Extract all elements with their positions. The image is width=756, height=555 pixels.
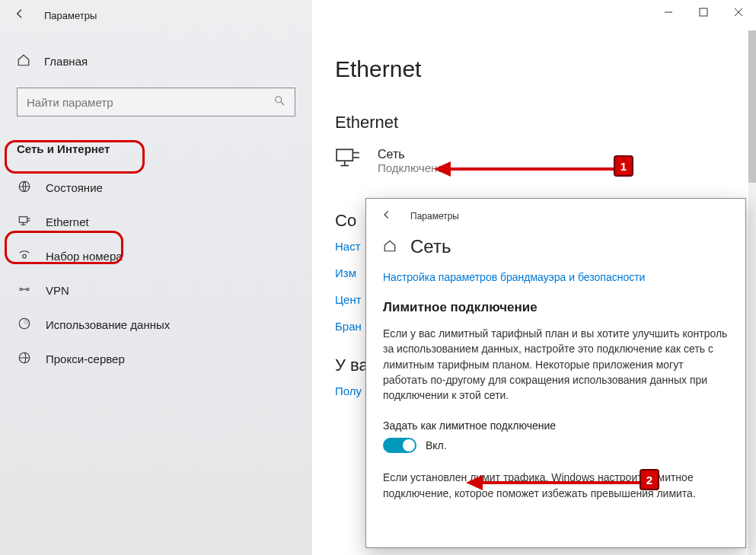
search-input[interactable] bbox=[27, 96, 260, 109]
search-icon bbox=[273, 94, 285, 110]
scrollbar-thumb[interactable] bbox=[748, 30, 756, 183]
network-name: Сеть bbox=[378, 148, 444, 161]
sidebar-item-label: Прокси-сервер bbox=[46, 352, 125, 365]
network-status: Подключено bbox=[378, 161, 444, 174]
titlebar: Параметры bbox=[0, 0, 756, 30]
sidebar-item-label: Состояние bbox=[46, 181, 103, 194]
sidebar-home-label: Главная bbox=[44, 55, 88, 68]
dialup-icon bbox=[17, 248, 32, 264]
network-item[interactable]: Сеть Подключено bbox=[335, 148, 733, 174]
sidebar-item-proxy[interactable]: Прокси-сервер bbox=[0, 342, 312, 376]
sidebar-item-label: Ethernet bbox=[46, 215, 89, 228]
svg-point-13 bbox=[20, 289, 22, 291]
popup-window-title: Параметры bbox=[410, 211, 459, 222]
search-box[interactable] bbox=[17, 88, 295, 116]
section-heading: Ethernet bbox=[335, 113, 733, 132]
svg-point-4 bbox=[276, 97, 282, 103]
sidebar-item-status[interactable]: Состояние bbox=[0, 171, 312, 205]
network-popup: Параметры Сеть Настройка параметров бран… bbox=[365, 198, 746, 548]
sidebar-item-data-usage[interactable]: Использование данных bbox=[0, 308, 312, 342]
close-button[interactable] bbox=[721, 0, 756, 24]
sidebar-item-label: Набор номера bbox=[46, 250, 123, 263]
metered-toggle-label: Задать как лимитное подключение bbox=[383, 419, 733, 432]
ethernet-icon bbox=[17, 214, 32, 230]
metered-toggle-state: Вкл. bbox=[426, 439, 447, 451]
sidebar-item-label: VPN bbox=[46, 284, 69, 297]
network-pc-icon bbox=[335, 148, 361, 172]
vpn-icon bbox=[17, 282, 32, 298]
annotation-badge-1: 1 bbox=[614, 155, 633, 177]
sidebar-item-ethernet[interactable]: Ethernet bbox=[0, 205, 312, 239]
svg-line-5 bbox=[281, 102, 284, 105]
home-icon bbox=[17, 53, 30, 69]
svg-point-12 bbox=[23, 254, 27, 258]
sidebar-nav: Состояние Ethernet Набор номера VPN Испо… bbox=[0, 171, 312, 376]
window-controls bbox=[651, 0, 756, 24]
svg-rect-1 bbox=[700, 8, 707, 16]
sidebar-item-dialup[interactable]: Набор номера bbox=[0, 239, 312, 273]
sidebar-item-vpn[interactable]: VPN bbox=[0, 273, 312, 308]
popup-home-icon[interactable] bbox=[383, 236, 397, 257]
annotation-badge-2: 2 bbox=[640, 469, 659, 490]
svg-rect-7 bbox=[19, 217, 27, 223]
popup-heading: Сеть bbox=[410, 236, 451, 257]
globe-icon bbox=[17, 180, 32, 196]
svg-point-14 bbox=[27, 289, 29, 291]
sidebar-home[interactable]: Главная bbox=[0, 46, 312, 81]
popup-back-icon[interactable] bbox=[381, 209, 392, 222]
maximize-button[interactable] bbox=[686, 0, 721, 24]
settings-window: Параметры Главная Сеть и Интернет Состоя… bbox=[0, 0, 756, 555]
proxy-icon bbox=[17, 351, 32, 367]
svg-rect-18 bbox=[337, 149, 352, 161]
metered-toggle[interactable] bbox=[383, 438, 416, 453]
back-icon[interactable] bbox=[14, 8, 26, 24]
window-title: Параметры bbox=[44, 10, 97, 21]
minimize-button[interactable] bbox=[651, 0, 686, 24]
metered-note: Если установлен лимит трафика, Windows н… bbox=[383, 470, 729, 501]
firewall-settings-link[interactable]: Настройка параметров брандмауэра и безоп… bbox=[383, 271, 733, 283]
data-usage-icon bbox=[17, 317, 32, 333]
sidebar: Главная Сеть и Интернет Состояние Ethern… bbox=[0, 0, 312, 555]
metered-description: Если у вас лимитный тарифный план и вы х… bbox=[383, 326, 729, 403]
metered-heading: Лимитное подключение bbox=[383, 300, 733, 315]
page-title: Ethernet bbox=[335, 56, 733, 82]
sidebar-category: Сеть и Интернет bbox=[0, 135, 312, 163]
sidebar-item-label: Использование данных bbox=[46, 318, 170, 331]
